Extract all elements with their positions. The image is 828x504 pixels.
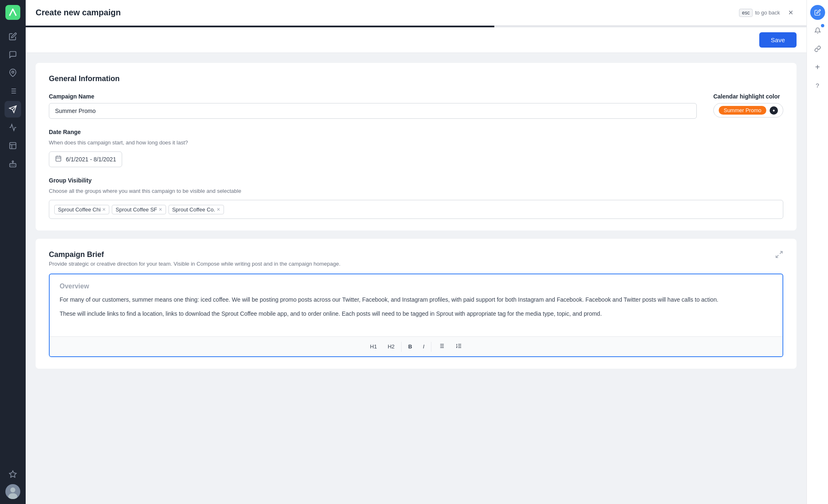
- toolbar-divider-1: [401, 342, 402, 352]
- brief-title-block: Campaign Brief Provide strategic or crea…: [49, 250, 340, 267]
- tag-label-2: Sprout Coffee Co.: [172, 206, 215, 213]
- editor-toolbar: H1 H2 B I: [50, 336, 782, 356]
- tag-label-1: Sprout Coffee SF: [116, 206, 157, 213]
- general-info-title: General Information: [49, 74, 783, 83]
- tag-remove-1[interactable]: ×: [159, 206, 162, 212]
- edit-button[interactable]: [810, 5, 825, 20]
- color-badge-text: Summer Promo: [719, 106, 766, 115]
- page-title: Create new campaign: [36, 8, 121, 17]
- editor-content[interactable]: Overview For many of our customers, summ…: [50, 274, 782, 336]
- sidebar-item-reports[interactable]: [5, 137, 21, 154]
- group-visibility-sub: Choose all the groups where you want thi…: [49, 188, 783, 194]
- svg-rect-0: [5, 5, 20, 20]
- main-content: Create new campaign esc to go back × Sav…: [26, 0, 806, 504]
- toolbar: Save: [26, 27, 806, 53]
- help-button[interactable]: ?: [810, 78, 825, 93]
- date-range-sub: When does this campaign start, and how l…: [49, 139, 783, 146]
- sidebar-item-waves[interactable]: [5, 119, 21, 136]
- brief-subtitle: Provide strategic or creative direction …: [49, 261, 340, 267]
- sidebar: [0, 0, 26, 504]
- toolbar-bold[interactable]: B: [403, 340, 417, 353]
- editor-paragraph-2: These will include links to find a locat…: [60, 309, 773, 318]
- date-range-group: Date Range When does this campaign start…: [49, 129, 783, 167]
- name-color-row: Campaign Name Calendar highlight color S…: [49, 93, 783, 119]
- sidebar-item-bot[interactable]: [5, 156, 21, 172]
- right-bar: + ?: [806, 0, 828, 504]
- header-actions: esc to go back ×: [739, 7, 797, 19]
- editor-heading: Overview: [60, 283, 773, 290]
- close-button[interactable]: ×: [785, 7, 797, 19]
- esc-hint: esc to go back: [739, 9, 780, 17]
- svg-marker-17: [10, 471, 17, 478]
- general-info-card: General Information Campaign Name Calend…: [36, 63, 797, 230]
- svg-rect-10: [10, 143, 16, 149]
- toolbar-h1[interactable]: H1: [365, 340, 382, 353]
- toolbar-ordered-list[interactable]: [450, 340, 467, 353]
- calendar-color-group: Calendar highlight color Summer Promo ●: [713, 93, 783, 119]
- logo[interactable]: [5, 5, 20, 20]
- brief-header: Campaign Brief Provide strategic or crea…: [49, 250, 783, 267]
- user-avatar[interactable]: [5, 484, 20, 499]
- rich-editor[interactable]: Overview For many of our customers, summ…: [49, 274, 783, 357]
- sidebar-item-inbox[interactable]: [5, 46, 21, 63]
- campaign-name-group: Campaign Name: [49, 93, 697, 119]
- tag-2: Sprout Coffee Co. ×: [168, 205, 224, 214]
- brief-title: Campaign Brief: [49, 250, 340, 259]
- notification-button[interactable]: [810, 23, 825, 38]
- date-range-value: 6/1/2021 - 8/1/2021: [66, 156, 116, 163]
- sidebar-item-tasks[interactable]: [5, 83, 21, 99]
- sidebar-item-star[interactable]: [5, 466, 21, 482]
- svg-point-19: [10, 487, 15, 492]
- toolbar-h2[interactable]: H2: [383, 340, 400, 353]
- campaign-brief-card: Campaign Brief Provide strategic or crea…: [36, 239, 797, 369]
- calendar-color-label: Calendar highlight color: [713, 93, 783, 100]
- svg-point-12: [12, 161, 13, 162]
- tag-0: Sprout Coffee Chi ×: [54, 205, 109, 214]
- group-visibility-group: Group Visibility Choose all the groups w…: [49, 177, 783, 219]
- esc-key: esc: [739, 9, 753, 17]
- calendar-icon: [55, 155, 62, 163]
- expand-icon[interactable]: [775, 250, 783, 261]
- toolbar-unordered-list[interactable]: [433, 340, 450, 353]
- color-badge-selector[interactable]: Summer Promo ●: [713, 103, 783, 118]
- svg-line-26: [776, 255, 779, 258]
- campaign-name-label: Campaign Name: [49, 93, 697, 100]
- add-button[interactable]: +: [810, 60, 825, 74]
- toolbar-italic[interactable]: I: [418, 340, 430, 353]
- notification-dot: [821, 24, 824, 27]
- tag-label-0: Sprout Coffee Chi: [58, 206, 101, 213]
- svg-point-1: [12, 71, 14, 73]
- tag-1: Sprout Coffee SF ×: [112, 205, 166, 214]
- editor-paragraph-1: For many of our customers, summer means …: [60, 295, 773, 304]
- group-visibility-label: Group Visibility: [49, 177, 783, 184]
- sidebar-item-compose[interactable]: [5, 28, 21, 45]
- svg-rect-21: [56, 156, 61, 161]
- sidebar-item-campaigns[interactable]: [5, 101, 21, 118]
- sidebar-item-pin[interactable]: [5, 65, 21, 81]
- link-button[interactable]: [810, 41, 825, 56]
- campaign-name-input[interactable]: [49, 103, 697, 119]
- date-range-label: Date Range: [49, 129, 783, 135]
- go-back-text: to go back: [755, 10, 780, 16]
- header: Create new campaign esc to go back ×: [26, 0, 806, 26]
- form-area: General Information Campaign Name Calend…: [26, 53, 806, 504]
- save-button[interactable]: Save: [759, 32, 797, 48]
- toolbar-divider-2: [431, 342, 431, 352]
- date-range-picker[interactable]: 6/1/2021 - 8/1/2021: [49, 151, 122, 167]
- tag-remove-2[interactable]: ×: [217, 206, 220, 212]
- tag-remove-0[interactable]: ×: [102, 206, 106, 212]
- color-circle-btn[interactable]: ●: [770, 106, 778, 115]
- tags-input[interactable]: Sprout Coffee Chi × Sprout Coffee SF × S…: [49, 200, 783, 219]
- svg-line-25: [780, 252, 782, 254]
